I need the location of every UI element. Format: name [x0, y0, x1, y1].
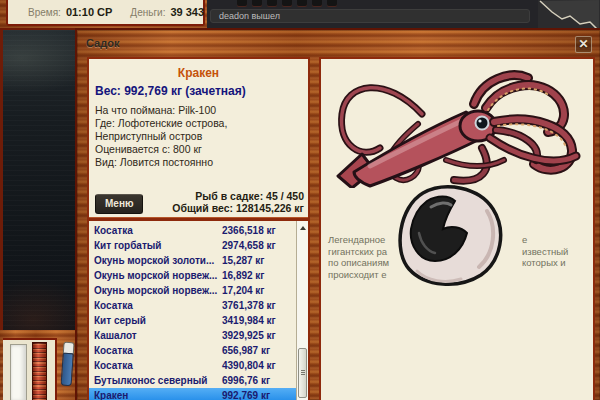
- time-value: 01:10 СР: [66, 6, 112, 18]
- fish-list-row[interactable]: Кит горбатый2974,658 кг: [89, 238, 298, 253]
- fish-list-row[interactable]: Окунь морской норвеж...17,204 кг: [89, 283, 298, 298]
- kraken-illustration: [326, 62, 590, 188]
- kraken-beak-illustration: [387, 181, 507, 291]
- row-name: Окунь морской норвеж...: [94, 270, 217, 281]
- description-text: гигантских ра: [328, 246, 387, 257]
- close-icon[interactable]: ✕: [575, 36, 592, 53]
- scrollbar-grip-icon: [301, 370, 305, 371]
- row-weight: 3761,378 кг: [222, 298, 276, 313]
- toolbar-icon[interactable]: [252, 0, 262, 6]
- row-name: Бутылконос северный: [94, 375, 207, 386]
- tackle-panel: [3, 338, 57, 400]
- fish-rows: Косатка2366,518 кг Кит горбатый2974,658 …: [89, 223, 298, 400]
- fish-list-row[interactable]: Бутылконос северный6996,76 кг: [89, 373, 298, 388]
- fish-list-row[interactable]: Косатка3761,378 кг: [89, 298, 298, 313]
- row-name: Кит горбатый: [94, 240, 162, 251]
- toolbar-icon[interactable]: [312, 0, 322, 6]
- row-name: Кит серый: [94, 315, 146, 326]
- water-scene: [3, 30, 85, 332]
- chat-zone: deadon вышел: [207, 0, 538, 28]
- fish-list-row[interactable]: Кашалот3929,925 кг: [89, 328, 298, 343]
- scrollbar-thumb[interactable]: [298, 348, 307, 398]
- row-name: Окунь морской норвеж...: [94, 285, 217, 296]
- fish-list: Косатка2366,518 кг Кит горбатый2974,658 …: [89, 221, 308, 400]
- chat-message: deadon вышел: [219, 11, 280, 21]
- top-bar: Время: 01:10 СР Деньги: 39 343 823 руб. …: [0, 0, 600, 30]
- description-text: происходит е: [328, 269, 387, 280]
- row-weight: 15,287 кг: [222, 253, 265, 268]
- line-gauge-bar: [10, 344, 27, 400]
- row-weight: 4390,804 кг: [222, 358, 276, 373]
- status-panel: Время: 01:10 СР Деньги: 39 343 823 руб.: [6, 0, 205, 26]
- fish-list-row-selected[interactable]: Кракен992,769 кг: [89, 388, 298, 400]
- toolbar-icon[interactable]: [267, 0, 277, 6]
- row-weight: 656,987 кг: [222, 343, 270, 358]
- row-weight: 2366,518 кг: [222, 223, 276, 238]
- row-name: Кашалот: [94, 330, 137, 341]
- window-titlebar[interactable]: Садок ✕: [77, 30, 600, 57]
- fish-kind-line: Вид: Ловится постоянно: [95, 156, 301, 169]
- cage-fish-count: Рыб в садке: 45 / 450: [172, 190, 304, 202]
- row-weight: 3929,925 кг: [222, 328, 276, 343]
- fish-info-area: Кракен Вес: 992,769 кг (зачетная) На что…: [89, 59, 308, 217]
- description-text: по описаниям: [328, 257, 389, 268]
- money-label: Деньги:: [130, 7, 165, 18]
- fish-list-row[interactable]: Косатка656,987 кг: [89, 343, 298, 358]
- fish-list-row[interactable]: Косатка4390,804 кг: [89, 358, 298, 373]
- fish-weight-line: Вес: 992,769 кг (зачетная): [95, 84, 308, 98]
- game-screen: Время: 01:10 СР Деньги: 39 343 823 руб. …: [0, 0, 600, 400]
- fish-min-weight-line: Оценивается с: 800 кг: [95, 143, 301, 156]
- fish-info-panel: Кракен Вес: 992,769 кг (зачетная) На что…: [87, 57, 310, 400]
- fish-list-row[interactable]: Косатка2366,518 кг: [89, 223, 298, 238]
- time-label: Время:: [28, 7, 61, 18]
- fish-illustration-panel: Легендарное гигантских ра по описаниям п…: [319, 57, 595, 400]
- fish-bait-line: На что поймана: Pilk-100: [95, 104, 301, 117]
- tension-meter-bar: [32, 342, 47, 400]
- knife-handle: [61, 353, 74, 387]
- wooden-deck: [0, 330, 85, 400]
- chat-message-bar[interactable]: deadon вышел: [210, 9, 530, 23]
- fish-details: На что поймана: Pilk-100 Где: Лофотенски…: [95, 104, 301, 169]
- row-name: Косатка: [94, 300, 133, 311]
- row-name: Кракен: [94, 390, 128, 400]
- list-scrollbar[interactable]: [296, 221, 308, 400]
- description-text: которых и: [522, 257, 566, 268]
- fish-location-line: Где: Лофотенские острова, Неприступный о…: [95, 117, 301, 143]
- row-name: Окунь морской золоти...: [94, 255, 214, 266]
- toolbar-icon[interactable]: [237, 0, 247, 6]
- keepnet-window: Садок ✕ Кракен Вес: 992,769 кг (зачетная…: [75, 28, 600, 400]
- menu-button[interactable]: Меню: [95, 194, 143, 214]
- row-name: Косатка: [94, 360, 133, 371]
- row-name: Косатка: [94, 345, 133, 356]
- row-weight: 2974,658 кг: [222, 238, 276, 253]
- row-weight: 3419,984 кг: [222, 313, 276, 328]
- fish-list-row[interactable]: Окунь морской золоти...15,287 кг: [89, 253, 298, 268]
- fish-list-row[interactable]: Кит серый3419,984 кг: [89, 313, 298, 328]
- knife: [60, 342, 75, 389]
- description-text: известный: [522, 246, 568, 257]
- description-text: Легендарное: [328, 234, 385, 245]
- toolbar-icon[interactable]: [282, 0, 292, 6]
- toolbar-icon[interactable]: [327, 0, 337, 6]
- row-weight: 17,204 кг: [222, 283, 265, 298]
- toolbar-icon[interactable]: [297, 0, 307, 6]
- row-weight: 6996,76 кг: [222, 373, 270, 388]
- cage-stats: Рыб в садке: 45 / 450 Общий вес: 128145,…: [172, 190, 304, 214]
- cage-total-weight: Общий вес: 128145,226 кг: [172, 202, 304, 214]
- scroll-up-icon[interactable]: [300, 226, 306, 230]
- fish-list-row[interactable]: Окунь морской норвеж...16,892 кг: [89, 268, 298, 283]
- fish-name-heading: Кракен: [89, 59, 308, 80]
- description-text: е: [522, 234, 527, 245]
- row-weight: 992,769 кг: [222, 388, 270, 400]
- toolbar-icons: [237, 0, 337, 6]
- row-weight: 16,892 кг: [222, 268, 265, 283]
- row-name: Косатка: [94, 225, 133, 236]
- window-title: Садок: [86, 37, 119, 49]
